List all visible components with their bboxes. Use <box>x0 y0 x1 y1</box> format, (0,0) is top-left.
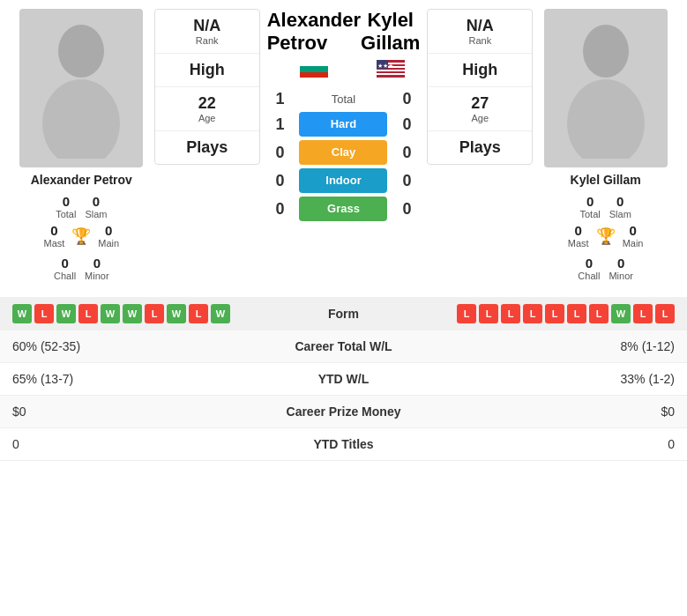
form-badge-l: L <box>633 304 653 323</box>
form-badge-l: L <box>189 304 208 323</box>
career-stat-row-3: 0 YTD Titles 0 <box>0 428 687 461</box>
form-badge-l: L <box>145 304 164 323</box>
players-top-section: Alexander Petrov 0 Total 0 Slam 0 Mast 🏆 <box>0 0 687 290</box>
form-badge-w: W <box>211 304 230 323</box>
career-stats-table: 60% (52-35) Career Total W/L 8% (1-12) 6… <box>0 330 687 461</box>
career-stat-row-1: 65% (13-7) YTD W/L 33% (1-2) <box>0 363 687 396</box>
right-trophy-icon: 🏆 <box>596 226 616 246</box>
right-player-block: Kylel Gillam 0 Total 0 Slam 0 Mast 🏆 <box>533 9 678 281</box>
svg-rect-8 <box>377 70 405 71</box>
left-age-cell: 22 Age <box>155 87 259 131</box>
score-rows: 1 Total 0 1 Hard 0 0 Clay 0 0 <box>260 90 428 221</box>
left-plays-cell: Plays <box>155 131 259 164</box>
left-rank-cell: N/A Rank <box>155 10 259 54</box>
left-name-header: AlexanderPetrov <box>267 9 361 81</box>
right-chall-minor: 0 Chall 0 Minor <box>578 256 633 281</box>
left-player-name-header: AlexanderPetrov <box>267 9 361 55</box>
right-stat-main: 0 Main <box>623 223 644 249</box>
form-badge-w: W <box>12 304 32 323</box>
form-badge-l: L <box>34 304 54 323</box>
svg-rect-3 <box>300 66 328 72</box>
main-container: Alexander Petrov 0 Total 0 Slam 0 Mast 🏆 <box>0 0 687 461</box>
form-badge-l: L <box>457 304 476 323</box>
stat-right-3: 0 <box>432 437 676 451</box>
right-form-badges: LLLLLLLWLL <box>457 304 675 323</box>
form-section: WLWLWWLWLW Form LLLLLLLWLL <box>0 297 687 330</box>
stat-left-2: $0 <box>12 404 256 419</box>
left-trophy-row: 0 Mast 🏆 0 Main <box>43 223 119 249</box>
right-high-cell: High <box>428 54 532 87</box>
left-player-stats: 0 Total 0 Slam <box>56 194 107 219</box>
right-stat-minor: 0 Minor <box>609 256 633 281</box>
form-badge-l: L <box>589 304 609 323</box>
center-block: AlexanderPetrov Kylel Gillam <box>260 9 428 221</box>
svg-point-12 <box>583 25 629 78</box>
score-total-row: 1 Total 0 <box>260 90 428 108</box>
left-high-cell: High <box>155 54 259 87</box>
right-flag: ★★★ <box>377 60 405 78</box>
stat-label-3: YTD Titles <box>256 437 432 451</box>
svg-rect-2 <box>300 60 328 66</box>
left-chall-minor: 0 Chall 0 Minor <box>54 256 109 281</box>
form-badge-l: L <box>545 304 564 323</box>
form-badge-l: L <box>567 304 586 323</box>
right-stat-chall: 0 Chall <box>578 256 600 281</box>
right-name-header: Kylel Gillam ★★★ <box>361 9 420 81</box>
left-flag <box>300 60 328 81</box>
right-plays-cell: Plays <box>428 131 532 164</box>
left-player-name: Alexander Petrov <box>31 173 132 187</box>
score-clay-row: 0 Clay 0 <box>260 140 428 165</box>
right-trophy-row: 0 Mast 🏆 0 Main <box>568 223 644 249</box>
svg-text:★★★: ★★★ <box>377 63 393 69</box>
right-stat-slam: 0 Slam <box>609 194 631 219</box>
career-stat-row-2: $0 Career Prize Money $0 <box>0 396 687 428</box>
form-badge-l: L <box>78 304 98 323</box>
svg-rect-9 <box>377 73 405 75</box>
form-badge-l: L <box>501 304 520 323</box>
svg-point-1 <box>42 79 120 159</box>
stat-label-0: Career Total W/L <box>256 339 432 353</box>
left-player-avatar <box>19 9 143 167</box>
right-mid-panel: N/A Rank High 27 Age Plays <box>427 9 533 165</box>
right-stat-mast: 0 Mast <box>568 223 589 249</box>
stat-label-1: YTD W/L <box>256 372 432 386</box>
form-badge-w: W <box>123 304 142 323</box>
form-badge-w: W <box>101 304 120 323</box>
stat-right-1: 33% (1-2) <box>432 372 676 386</box>
right-stat-total: 0 Total <box>579 194 600 219</box>
left-trophy-icon: 🏆 <box>71 226 91 246</box>
form-badge-l: L <box>655 304 675 323</box>
bulgaria-flag-icon <box>300 60 328 78</box>
left-player-block: Alexander Petrov 0 Total 0 Slam 0 Mast 🏆 <box>9 9 154 281</box>
left-stat-mast: 0 Mast <box>43 223 64 249</box>
form-badge-w: W <box>167 304 186 323</box>
career-stat-row-0: 60% (52-35) Career Total W/L 8% (1-12) <box>0 330 687 363</box>
stat-left-1: 65% (13-7) <box>12 372 256 386</box>
right-player-name: Kylel Gillam <box>571 173 641 187</box>
score-hard-row: 1 Hard 0 <box>260 112 428 137</box>
right-age-cell: 27 Age <box>428 87 532 131</box>
right-player-avatar <box>544 9 668 167</box>
stat-label-2: Career Prize Money <box>256 404 432 419</box>
left-stat-minor: 0 Minor <box>85 256 109 281</box>
stat-right-2: $0 <box>432 404 676 419</box>
stat-left-3: 0 <box>12 437 256 451</box>
form-badge-w: W <box>611 304 631 323</box>
svg-point-0 <box>58 25 104 78</box>
right-player-stats: 0 Total 0 Slam <box>579 194 631 219</box>
left-stat-chall: 0 Chall <box>54 256 76 281</box>
form-label: Form <box>328 307 359 321</box>
score-grass-row: 0 Grass 0 <box>260 197 428 221</box>
left-stat-main: 0 Main <box>98 223 119 249</box>
stat-right-0: 8% (1-12) <box>432 339 676 353</box>
svg-point-13 <box>567 79 645 159</box>
usa-flag-icon: ★★★ <box>377 60 405 78</box>
left-mid-panel: N/A Rank High 22 Age Plays <box>154 9 260 165</box>
right-player-name-header: Kylel Gillam <box>361 9 420 55</box>
left-form-badges: WLWLWWLWLW <box>12 304 230 323</box>
score-indoor-row: 0 Indoor 0 <box>260 168 428 193</box>
form-badge-l: L <box>523 304 542 323</box>
right-rank-cell: N/A Rank <box>428 10 532 54</box>
svg-rect-4 <box>300 72 328 78</box>
left-stat-slam: 0 Slam <box>85 194 107 219</box>
